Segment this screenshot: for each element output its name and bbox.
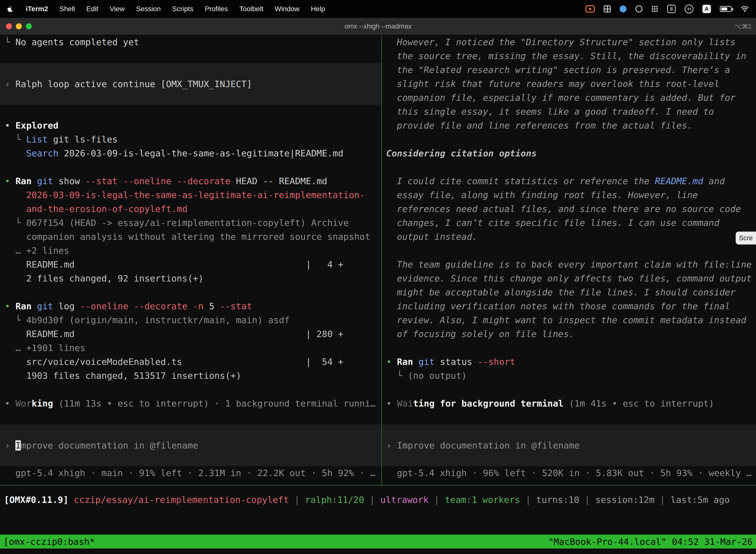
git-log-stat-summary: 1903 files changed, 513517 insertions(+)	[0, 369, 381, 383]
omx-version: [OMX#0.11.9]	[4, 495, 74, 505]
tmux-host-clock: "MacBook-Pro-44.local" 04:52 31-Mar-26	[548, 537, 753, 547]
explored-search-line: Search 2026-03-09-is-legal-the-same-as-l…	[0, 147, 381, 160]
reasoning-paragraph-3: The team guideline is to back every impo…	[382, 258, 756, 341]
tmux-status-bar: [omx-cczip0:bash*"MacBook-Pro-44.local" …	[0, 535, 756, 549]
menu-help[interactable]: Help	[311, 5, 325, 13]
git-show-output-line1: └ 067f154 (HEAD -> essay/ai-reimplementa…	[0, 216, 381, 230]
browser-icon[interactable]	[620, 5, 627, 12]
macos-menu-bar: iTerm2 Shell Edit View Session Scripts P…	[0, 0, 756, 18]
git-show-output-line2: companion analysis without altering the …	[0, 230, 381, 244]
git-log-output-line1: └ 4b9d30f (origin/main, instructkr/main,…	[0, 313, 381, 327]
traffic-lights	[0, 23, 32, 29]
desktop-screen: iTerm2 Shell Edit View Session Scripts P…	[0, 0, 756, 554]
omx-branch-path: cczip/essay/ai-reimplementation-copyleft	[74, 495, 289, 505]
git-show-arg-line2: and-the-erosion-of-copyleft.md	[0, 202, 381, 216]
command-git-status: • Ran git status --short	[382, 355, 756, 369]
ralph-loop-banner: › Ralph loop active continue [OMX_TMUX_I…	[0, 63, 381, 105]
menu-iterm2[interactable]: iTerm2	[26, 5, 48, 13]
menu-bar-status-icons: 8 .61 A	[585, 4, 749, 13]
git-log-more-lines: … +1901 lines	[0, 341, 381, 355]
prompt-input-right[interactable]: › Improve documentation in @filename	[382, 425, 756, 466]
window-shortcut-badge: ⌥⌘1	[735, 23, 756, 30]
omx-turns: turns:10	[536, 495, 579, 505]
command-git-show: • Ran git show --stat --oneline --decora…	[0, 174, 381, 188]
git-show-stat-summary: 2 files changed, 92 insertions(+)	[0, 272, 381, 285]
agents-completed-note: └ No agents completed yet	[0, 35, 381, 49]
window-manager-icon[interactable]	[604, 5, 611, 12]
explored-header: • Explored	[0, 119, 381, 132]
text-cursor: I	[15, 440, 21, 450]
menu-shell[interactable]: Shell	[60, 5, 75, 13]
git-log-stat-readme: README.md | 280 +	[0, 327, 381, 341]
menu-window[interactable]: Window	[275, 5, 300, 13]
menu-toolbelt[interactable]: Toolbelt	[239, 5, 263, 13]
prompt-input-left[interactable]: › Improve documentation in @filename	[0, 425, 381, 466]
git-status-no-output: └ (no output)	[382, 369, 756, 383]
window-title-bar[interactable]: omx --xhigh --madmax ⌥⌘1	[0, 18, 756, 35]
minimize-button[interactable]	[16, 23, 22, 29]
reasoning-paragraph-1: However, I noticed the "Directory Struct…	[382, 35, 756, 132]
right-terminal-pane[interactable]: However, I noticed the "Directory Struct…	[382, 35, 756, 485]
screen-overlay-tab[interactable]: Scre	[736, 232, 756, 244]
reasoning-paragraph-2: I could cite commit statistics or refere…	[382, 174, 756, 244]
model-status-right: gpt-5.4 xhigh · 96% left · 520K in · 5.8…	[382, 466, 756, 480]
menu-view[interactable]: View	[110, 5, 125, 13]
omx-session-time: session:12m	[595, 495, 654, 505]
explored-list-line: └ List git ls-files	[0, 132, 381, 147]
apple-menu[interactable]	[7, 5, 13, 13]
window-title: omx --xhigh --madmax	[0, 22, 756, 30]
screen-recording-icon[interactable]	[585, 5, 595, 13]
omx-team: team:1 workers	[445, 495, 520, 505]
battery-gauge-icon[interactable]: .61	[685, 4, 693, 13]
git-show-more-lines: … +2 lines	[0, 244, 381, 258]
git-log-stat-voicemode: src/voice/voiceModeEnabled.ts | 54 +	[0, 355, 381, 369]
omx-status-line: [OMX#0.11.9] cczip/essay/ai-reimplementa…	[4, 493, 730, 507]
zoom-button[interactable]	[26, 23, 32, 29]
command-git-log: • Ran git log --oneline --decorate -n 5 …	[0, 299, 381, 313]
working-status-line: • Working (11m 13s • esc to interrupt) ·…	[0, 397, 381, 410]
keycap-icon[interactable]: 8	[667, 5, 676, 13]
input-source-icon[interactable]: A	[702, 5, 711, 13]
close-button[interactable]	[6, 23, 12, 29]
apple-logo	[7, 5, 13, 13]
pane-divider-horizontal	[0, 485, 756, 486]
omx-mode: ultrawork	[380, 495, 429, 505]
omx-ralph-count: ralph:11/20	[305, 495, 364, 505]
menu-profiles[interactable]: Profiles	[205, 5, 228, 13]
reasoning-heading: Considering citation options	[382, 147, 756, 160]
app-status-icon[interactable]	[635, 5, 642, 12]
left-terminal-pane[interactable]: └ No agents completed yet › Ralph loop a…	[0, 35, 381, 485]
menu-scripts[interactable]: Scripts	[172, 5, 193, 13]
menu-edit[interactable]: Edit	[86, 5, 98, 13]
git-show-arg-line1: 2026-03-09-is-legal-the-same-as-legitima…	[0, 188, 381, 202]
menu-session[interactable]: Session	[136, 5, 161, 13]
battery-icon[interactable]	[720, 6, 732, 12]
wifi-icon[interactable]	[741, 6, 749, 12]
dots-grid-icon[interactable]	[651, 5, 658, 12]
git-show-stat-readme: README.md | 4 +	[0, 258, 381, 272]
model-status-left: gpt-5.4 xhigh · main · 91% left · 2.31M …	[0, 466, 381, 480]
omx-last-activity: last:5m ago	[671, 495, 730, 505]
tmux-session-name: [omx-cczip0:bash*	[3, 537, 95, 547]
readme-link: README.md	[655, 176, 703, 186]
waiting-status-line: • Waiting for background terminal (1m 41…	[382, 397, 756, 410]
terminal-window: └ No agents completed yet › Ralph loop a…	[0, 35, 756, 554]
